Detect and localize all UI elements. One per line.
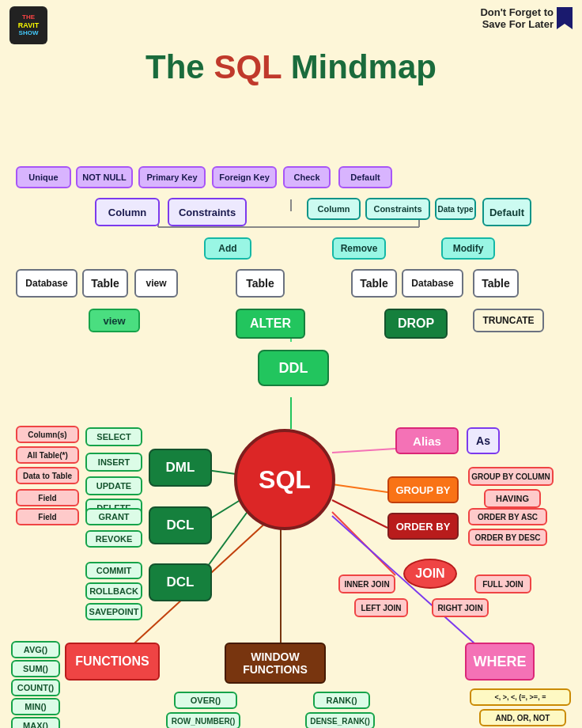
svg-line-17 bbox=[332, 512, 395, 575]
save-note: Don't Forget toSave For Later bbox=[480, 6, 573, 30]
database-left-box: Database bbox=[16, 269, 77, 298]
avg-box: AVG() bbox=[11, 641, 60, 658]
columns-s-box: Column(s) bbox=[16, 426, 79, 443]
primary-key-box: Primary Key bbox=[138, 166, 206, 188]
logo-line1: THE bbox=[22, 13, 35, 21]
and-or-not-box: AND, OR, NOT bbox=[479, 709, 566, 726]
inner-join-box: INNER JOIN bbox=[338, 574, 395, 593]
table-drop-box: Table bbox=[351, 269, 397, 298]
having-box: HAVING bbox=[484, 489, 541, 508]
count-box: COUNT() bbox=[11, 679, 60, 696]
table-alter-box: Table bbox=[236, 269, 285, 298]
remove-box: Remove bbox=[332, 237, 386, 260]
group-by-column-box: GROUP BY COLUMN bbox=[468, 467, 554, 486]
title-prefix: The bbox=[146, 48, 214, 85]
database-drop-box: Database bbox=[402, 269, 463, 298]
data-type-box: Data type bbox=[435, 198, 476, 220]
view-top-box: view bbox=[134, 269, 178, 298]
column-left-box: Column bbox=[95, 198, 160, 226]
table-truncate-box: Table bbox=[473, 269, 519, 298]
dml-box: DML bbox=[149, 449, 212, 487]
savepoint-box: SAVEPOINT bbox=[85, 603, 142, 620]
constraints-right-box: Constraints bbox=[365, 198, 430, 220]
field2-box: Field bbox=[16, 508, 79, 525]
where-box: WHERE bbox=[465, 643, 535, 681]
header: THE RAVIT SHOW Don't Forget toSave For L… bbox=[0, 0, 582, 44]
title-suffix: Mindmap bbox=[282, 48, 436, 85]
sql-box: SQL bbox=[234, 429, 335, 530]
truncate-box: TRUNCATE bbox=[473, 309, 544, 332]
row-number-box: ROW_NUMBER() bbox=[166, 712, 240, 728]
foreign-key-box: Foreign Key bbox=[212, 166, 277, 188]
grant-box: GRANT bbox=[85, 508, 142, 525]
alias-box: Alias bbox=[395, 427, 459, 454]
functions-box: FUNCTIONS bbox=[65, 643, 160, 681]
not-null-box: NOT NULL bbox=[76, 166, 133, 188]
table-left-box: Table bbox=[82, 269, 128, 298]
over-box: OVER() bbox=[174, 692, 237, 709]
dcl2-box: DCL bbox=[149, 563, 212, 601]
left-join-box: LEFT JOIN bbox=[354, 598, 408, 617]
right-join-box: RIGHT JOIN bbox=[432, 598, 489, 617]
drop-box: DROP bbox=[384, 309, 448, 339]
mindmap: Unique NOT NULL Primary Key Foreign Key … bbox=[0, 89, 582, 728]
group-by-box: GROUP BY bbox=[387, 476, 459, 503]
svg-line-14 bbox=[332, 449, 395, 453]
sum-box: SUM() bbox=[11, 660, 60, 677]
modify-box: Modify bbox=[441, 237, 495, 260]
default-top-box: Default bbox=[338, 166, 392, 188]
bookmark-icon bbox=[557, 7, 573, 29]
order-by-desc-box: ORDER BY DESC bbox=[468, 529, 547, 546]
page-wrapper: THE RAVIT SHOW Don't Forget toSave For L… bbox=[0, 0, 582, 728]
dense-rank-box: DENSE_RANK() bbox=[305, 712, 375, 728]
logo: THE RAVIT SHOW bbox=[9, 6, 47, 44]
logo-line2: RAVIT bbox=[18, 21, 39, 30]
select-box: SELECT bbox=[85, 427, 142, 446]
rank-box: RANK() bbox=[313, 692, 370, 709]
order-by-box: ORDER BY bbox=[387, 513, 459, 540]
dcl1-box: DCL bbox=[149, 506, 212, 544]
join-box: JOIN bbox=[403, 559, 457, 589]
default-right-box: Default bbox=[482, 198, 531, 226]
min-box: MIN() bbox=[11, 698, 60, 715]
title-sql: SQL bbox=[214, 48, 282, 85]
full-join-box: FULL JOIN bbox=[474, 574, 531, 593]
save-text: Don't Forget toSave For Later bbox=[480, 6, 554, 30]
max-box: MAX() bbox=[11, 717, 60, 728]
add-box: Add bbox=[204, 237, 251, 260]
commit-box: COMMIT bbox=[85, 562, 142, 579]
view-left-box: view bbox=[89, 309, 140, 332]
ddl-box: DDL bbox=[258, 350, 329, 386]
as-box: As bbox=[467, 427, 500, 454]
order-by-asc-box: ORDER BY ASC bbox=[468, 508, 547, 525]
window-functions-box: WINDOW FUNCTIONS bbox=[225, 643, 326, 684]
update-box: UPDATE bbox=[85, 476, 142, 495]
page-title: The SQL Mindmap bbox=[0, 44, 582, 89]
unique-box: Unique bbox=[16, 166, 71, 188]
column-right-box: Column bbox=[307, 198, 361, 220]
revoke-box: REVOKE bbox=[85, 530, 142, 548]
insert-box: INSERT bbox=[85, 453, 142, 472]
operators-box: <, >, <, (=, >=, = bbox=[470, 688, 571, 706]
check-box: Check bbox=[283, 166, 331, 188]
rollback-box: ROLLBACK bbox=[85, 582, 142, 600]
all-table-box: All Table(*) bbox=[16, 446, 79, 464]
field1-box: Field bbox=[16, 489, 79, 506]
svg-line-16 bbox=[332, 500, 387, 528]
logo-line3: SHOW bbox=[19, 29, 39, 37]
alter-box: ALTER bbox=[236, 309, 305, 339]
constraints-left-box: Constraints bbox=[168, 198, 247, 226]
data-to-table-box: Data to Table bbox=[16, 467, 79, 484]
svg-line-15 bbox=[332, 484, 387, 492]
